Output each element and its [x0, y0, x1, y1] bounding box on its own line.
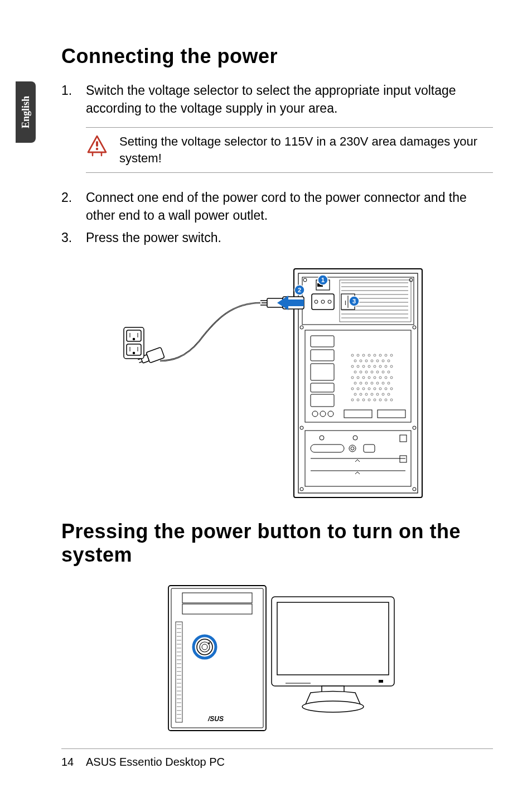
svg-point-60 — [368, 376, 370, 379]
svg-rect-22 — [311, 383, 334, 392]
svg-point-66 — [360, 382, 362, 384]
power-button-svg: /SUS — [143, 583, 411, 745]
svg-point-88 — [357, 399, 359, 401]
svg-point-45 — [368, 365, 370, 368]
callout-3: 3 — [352, 298, 356, 305]
svg-rect-6 — [312, 294, 334, 310]
svg-point-75 — [368, 388, 370, 390]
power-connection-diagram: I O — [61, 263, 493, 503]
svg-point-74 — [362, 388, 365, 390]
svg-point-86 — [388, 393, 390, 395]
svg-point-72 — [351, 388, 354, 390]
svg-point-32 — [379, 354, 381, 356]
svg-point-79 — [390, 388, 393, 390]
svg-point-90 — [368, 399, 370, 401]
svg-point-42 — [351, 365, 354, 368]
svg-point-25 — [320, 411, 326, 417]
instruction-list-2: 2. Connect one end of the power cord to … — [61, 189, 493, 247]
svg-point-58 — [357, 376, 359, 379]
warning-callout: Setting the voltage selector to 115V in … — [86, 127, 493, 172]
svg-rect-104 — [364, 445, 375, 452]
svg-point-93 — [385, 399, 387, 401]
svg-point-113 — [413, 487, 416, 491]
svg-point-70 — [382, 382, 384, 384]
svg-point-68 — [371, 382, 373, 384]
svg-point-49 — [390, 365, 393, 368]
step-1-num: 1. — [61, 81, 86, 117]
svg-rect-96 — [378, 410, 405, 418]
heading-pressing-power: Pressing the power button to turn on the… — [61, 520, 493, 566]
svg-point-28 — [357, 354, 359, 356]
instruction-list-1: 1. Switch the voltage selector to select… — [61, 81, 493, 117]
svg-rect-0 — [96, 141, 98, 147]
svg-rect-144 — [182, 593, 252, 603]
page-footer: 14 ASUS Essentio Desktop PC — [61, 748, 493, 769]
svg-point-102 — [349, 445, 356, 452]
svg-point-82 — [365, 393, 367, 395]
callout-2: 2 — [298, 287, 301, 293]
svg-point-110 — [300, 426, 303, 429]
svg-rect-18 — [305, 330, 411, 422]
svg-point-26 — [328, 411, 333, 417]
warning-icon — [86, 134, 108, 157]
svg-point-16 — [303, 278, 307, 282]
svg-point-132 — [133, 352, 135, 354]
svg-rect-101 — [311, 445, 344, 452]
svg-rect-21 — [311, 364, 334, 380]
svg-point-52 — [365, 371, 367, 373]
svg-point-1 — [96, 148, 98, 150]
svg-point-112 — [300, 487, 303, 491]
svg-point-78 — [385, 388, 387, 390]
svg-rect-137 — [277, 602, 389, 675]
language-label: English — [20, 96, 32, 128]
svg-point-85 — [382, 393, 384, 395]
svg-point-61 — [374, 376, 376, 379]
svg-point-34 — [390, 354, 393, 356]
svg-point-83 — [371, 393, 373, 395]
svg-point-99 — [353, 436, 357, 440]
svg-point-44 — [362, 365, 365, 368]
svg-point-84 — [376, 393, 379, 395]
step-2: 2. Connect one end of the power cord to … — [61, 189, 493, 224]
step-3-num: 3. — [61, 229, 86, 247]
svg-point-41 — [388, 360, 390, 362]
svg-point-87 — [351, 399, 354, 401]
svg-point-40 — [382, 360, 384, 362]
svg-point-129 — [133, 339, 135, 340]
svg-rect-141 — [379, 680, 383, 683]
svg-point-57 — [351, 376, 354, 379]
warning-text: Setting the voltage selector to 115V in … — [119, 133, 493, 166]
svg-point-173 — [197, 639, 212, 655]
svg-point-30 — [368, 354, 370, 356]
svg-point-69 — [376, 382, 379, 384]
svg-point-47 — [379, 365, 381, 368]
svg-point-59 — [362, 376, 365, 379]
svg-point-54 — [376, 371, 379, 373]
svg-point-24 — [312, 411, 318, 417]
svg-point-111 — [413, 426, 416, 429]
svg-point-81 — [360, 393, 362, 395]
step-2-num: 2. — [61, 189, 86, 224]
svg-point-50 — [354, 371, 356, 373]
svg-point-33 — [385, 354, 387, 356]
step-1-text: Switch the voltage selector to select th… — [86, 81, 493, 117]
svg-point-31 — [374, 354, 376, 356]
svg-point-43 — [357, 365, 359, 368]
callout-1: 1 — [321, 277, 325, 283]
svg-rect-19 — [311, 336, 334, 347]
step-3: 3. Press the power switch. — [61, 229, 493, 247]
svg-rect-100 — [400, 435, 407, 442]
svg-point-36 — [360, 360, 362, 362]
svg-point-108 — [300, 326, 303, 329]
svg-point-64 — [390, 376, 393, 379]
language-tab: English — [16, 81, 36, 143]
step-2-text: Connect one end of the power cord to the… — [86, 189, 493, 224]
svg-point-77 — [379, 388, 381, 390]
svg-point-37 — [365, 360, 367, 362]
svg-rect-95 — [344, 410, 372, 418]
svg-point-56 — [388, 371, 390, 373]
svg-rect-20 — [311, 350, 334, 361]
svg-point-109 — [413, 326, 416, 329]
svg-point-80 — [354, 393, 356, 395]
svg-point-55 — [382, 371, 384, 373]
